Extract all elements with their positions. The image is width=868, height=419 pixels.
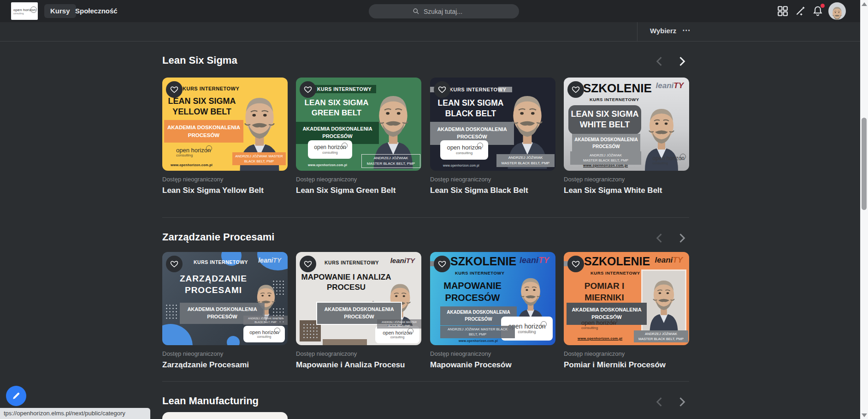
course-poster[interactable]: KURS INTERNETOWYleaniTYZARZĄDZANIE PROCE…: [162, 252, 288, 345]
search-input[interactable]: [423, 7, 475, 16]
logo-text: open horizon: [176, 147, 211, 154]
course-poster[interactable]: KURS INTERNETOWYleaniTYMAPOWANIE I ANALI…: [296, 252, 421, 345]
course-access-label: Dostęp nieograniczony: [162, 350, 288, 357]
course-poster[interactable]: SZKOLENIEKURS INTERNETOWYleaniTYPOMIAR I…: [564, 252, 689, 345]
logo-subtext: consulting: [581, 326, 616, 330]
chevron-right-icon[interactable]: [673, 54, 689, 70]
openhorizon-logo: open horizonconsulting: [243, 326, 285, 342]
notification-badge: [821, 4, 825, 8]
course-access-label: Dostęp nieograniczony: [162, 176, 288, 183]
leanity-logo-text: leani: [656, 81, 674, 90]
leanity-logo-accent: TY: [406, 257, 415, 264]
poster-title: ZARZĄDZANIE PROCESAMI: [170, 273, 257, 296]
course-poster[interactable]: SZKOLENIEKURS INTERNETOWYleaniTYLEAN SIX…: [564, 78, 689, 171]
scroll-down-arrow-icon[interactable]: [862, 413, 867, 417]
more-options-icon[interactable]: ⋯: [682, 25, 691, 35]
heart-icon: [170, 85, 179, 94]
leanity-logo: leaniTY: [258, 257, 281, 264]
heart-icon: [571, 85, 580, 94]
heart-icon: [303, 259, 313, 269]
poster-title: LEAN SIX SIGMA GREEN BELT: [296, 98, 377, 118]
course-card[interactable]: SZKOLENIEKURS INTERNETOWYleaniTYMAPOWANI…: [430, 252, 555, 370]
course-name[interactable]: Pomiar i Mierniki Procesów: [564, 360, 689, 370]
course-name[interactable]: Lean Six Sigma Green Belt: [296, 186, 421, 195]
course-poster[interactable]: KURS INTERNETOWYLEAN SIX SIGMA BLACK BEL…: [430, 78, 555, 171]
partial-course-card[interactable]: [162, 412, 288, 419]
avatar[interactable]: [828, 2, 846, 20]
poster-kurs-badge: KURS INTERNETOWY: [590, 270, 640, 275]
course-name[interactable]: Mapowanie i Analiza Procesu: [296, 360, 421, 370]
logo-subtext: consulting: [322, 151, 338, 155]
openhorizon-logo: open horizonconsulting: [308, 140, 352, 159]
poster-author-label: ANDRZEJ JÓŹWIAK MASTER BLACK BELT, PMP: [361, 154, 420, 168]
course-poster[interactable]: KURS INTERNETOWYLEAN SIX SIGMA GREEN BEL…: [296, 78, 421, 171]
chevron-right-icon[interactable]: [673, 230, 689, 247]
poster-kurs-badge: KURS INTERNETOWY: [449, 87, 506, 92]
poster-website-url: www.openhorizon.com.pl: [443, 164, 479, 167]
favorite-button[interactable]: [434, 256, 450, 272]
leanity-logo: leaniTY: [656, 81, 684, 90]
course-name[interactable]: Lean Six Sigma White Belt: [564, 186, 689, 195]
search-bar[interactable]: [369, 4, 519, 18]
chevron-left-icon[interactable]: [652, 394, 668, 411]
scrollbar[interactable]: [860, 0, 868, 419]
nav-item-spolecznosc[interactable]: Społeczność: [69, 4, 124, 18]
course-card[interactable]: SZKOLENIEKURS INTERNETOWYleaniTYLEAN SIX…: [564, 78, 689, 195]
section-header-lean-manufacturing: Lean Manufacturing: [162, 394, 689, 412]
course-card[interactable]: KURS INTERNETOWYLEAN SIX SIGMA BLACK BEL…: [430, 78, 555, 195]
logo-text: open horizon: [581, 320, 616, 326]
favorite-button[interactable]: [300, 81, 316, 98]
course-poster[interactable]: SZKOLENIEKURS INTERNETOWYleaniTYMAPOWANI…: [430, 252, 555, 345]
course-name[interactable]: Zarządzanie Procesami: [162, 360, 288, 370]
chevron-right-icon[interactable]: [673, 394, 689, 411]
favorite-button[interactable]: [567, 81, 584, 98]
chevron-left-icon[interactable]: [652, 54, 668, 70]
apps-grid-icon[interactable]: [777, 5, 789, 17]
favorite-button[interactable]: [300, 256, 316, 272]
course-card[interactable]: KURS INTERNETOWYleaniTYZARZĄDZANIE PROCE…: [162, 252, 288, 370]
course-name[interactable]: Lean Six Sigma Yellow Belt: [162, 186, 288, 195]
bell-icon[interactable]: [812, 5, 824, 17]
leanity-logo-text: leani: [258, 257, 273, 264]
edit-fab-button[interactable]: [6, 386, 26, 406]
poster-website-url: www.openhorizon.com.pl: [578, 336, 622, 341]
favorite-button[interactable]: [166, 81, 183, 98]
poster-kurs-badge: KURS INTERNETOWY: [590, 97, 639, 102]
course-name[interactable]: Mapowanie Procesów: [430, 360, 555, 370]
pencil-icon: [12, 391, 21, 401]
poster-title: MAPOWANIE PROCESÓW: [430, 280, 515, 304]
course-card[interactable]: SZKOLENIEKURS INTERNETOWYleaniTYPOMIAR I…: [564, 252, 689, 370]
instructor-portrait: [642, 270, 685, 333]
chevron-left-icon[interactable]: [652, 230, 668, 247]
favorite-button[interactable]: [166, 256, 183, 272]
decorative-circle: [227, 336, 240, 345]
table-header-row: Wybierz ⋯: [0, 22, 860, 42]
poster-kurs-badge: KURS INTERNETOWY: [325, 260, 379, 265]
course-name[interactable]: Lean Six Sigma Black Belt: [430, 186, 555, 195]
logo-text: open horizon: [314, 144, 346, 150]
instructor-photo: [642, 270, 685, 333]
leanity-logo-accent: TY: [673, 81, 684, 90]
logo-subtext: consulting: [390, 335, 405, 339]
select-column-label[interactable]: Wybierz: [650, 27, 676, 35]
heart-icon: [170, 259, 179, 269]
course-card[interactable]: KURS INTERNETOWYleaniTYMAPOWANIE I ANALI…: [296, 252, 421, 370]
poster-author-label: ANDRZEJ JÓŹWIAK MASTER BLACK BELT, PMP: [243, 316, 288, 325]
leanity-logo: leaniTY: [655, 256, 683, 265]
course-access-label: Dostęp nieograniczony: [564, 176, 689, 183]
heart-icon: [303, 85, 313, 94]
search-icon: [413, 8, 419, 15]
openhorizon-logo[interactable]: open horizon consulting: [11, 2, 38, 20]
card-row-zarzadzanie-procesami: KURS INTERNETOWYleaniTYZARZĄDZANIE PROCE…: [162, 252, 689, 381]
openhorizon-logo: open horizonconsulting: [581, 320, 616, 330]
scroll-up-arrow-icon[interactable]: [862, 2, 867, 6]
decorative-dot-grid: [302, 323, 318, 339]
scrollbar-thumb[interactable]: [862, 118, 867, 210]
magic-wand-icon[interactable]: [794, 5, 806, 17]
favorite-button[interactable]: [434, 81, 450, 98]
favorite-button[interactable]: [567, 256, 584, 272]
course-card[interactable]: KURS INTERNETOWYLEAN SIX SIGMA YELLOW BE…: [162, 78, 288, 195]
decorative-dot-grid: [165, 304, 177, 319]
course-card[interactable]: KURS INTERNETOWYLEAN SIX SIGMA GREEN BEL…: [296, 78, 421, 195]
course-poster[interactable]: KURS INTERNETOWYLEAN SIX SIGMA YELLOW BE…: [162, 78, 288, 171]
